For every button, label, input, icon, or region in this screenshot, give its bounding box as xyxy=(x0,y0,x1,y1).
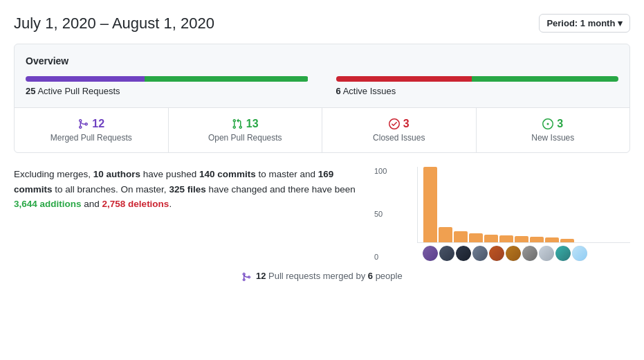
avatar-8 xyxy=(539,246,554,261)
pull-requests-bar xyxy=(26,76,309,82)
commits-text: Excluding merges, 10 authors have pushed… xyxy=(14,167,374,212)
y-label-100: 100 xyxy=(374,167,387,175)
deletions: 2,758 deletions xyxy=(102,199,169,209)
bar-2 xyxy=(439,227,452,242)
bar-9 xyxy=(545,237,559,242)
commits-prefix: Excluding merges, xyxy=(14,169,93,179)
issues-bar-red xyxy=(336,76,472,82)
bar-6 xyxy=(499,235,513,242)
bar-5 xyxy=(484,235,498,242)
issue-opened-icon xyxy=(542,118,553,129)
issues-count: 6 xyxy=(336,86,341,96)
merged-pr-desc: Merged Pull Requests xyxy=(21,133,161,143)
pr-label-text: Active Pull Requests xyxy=(37,86,120,96)
issues-label-text: Active Issues xyxy=(343,86,396,96)
new-issues-desc: New Issues xyxy=(484,133,623,143)
stats-bars-row: 25 Active Pull Requests 6 Active Issues xyxy=(26,76,618,96)
chart-y-labels: 100 50 0 xyxy=(374,167,387,261)
bar-3 xyxy=(454,231,468,242)
avatar-4 xyxy=(472,246,488,261)
footer-text1: Pull requests merged by xyxy=(266,271,367,281)
open-pr-value: 13 xyxy=(176,118,315,130)
bar-10 xyxy=(560,239,574,242)
avatar-7 xyxy=(522,246,537,261)
merged-pr-value: 12 xyxy=(21,118,161,130)
pr-bar-purple xyxy=(26,76,145,82)
additions: 3,644 additions xyxy=(14,199,82,209)
avatar-2 xyxy=(439,246,454,261)
bar-8 xyxy=(530,237,544,242)
bar-1 xyxy=(423,167,437,242)
files-changed: 325 files xyxy=(169,184,205,195)
period-value: 1 month xyxy=(580,18,616,28)
footer-merge-icon xyxy=(241,272,251,282)
y-label-50: 50 xyxy=(374,210,387,218)
bar-chart xyxy=(417,167,630,243)
git-pull-request-icon xyxy=(232,118,243,129)
commits-chart: 100 50 0 xyxy=(395,167,630,261)
commits-master: 140 commits xyxy=(199,169,256,179)
commits-mid3: to all branches. On master, xyxy=(53,184,169,195)
git-merge-icon xyxy=(77,118,89,129)
issues-bar xyxy=(336,76,619,82)
new-issues-cell: 3 New Issues xyxy=(477,108,630,152)
y-label-0: 0 xyxy=(374,253,387,261)
period-label: Period: xyxy=(546,18,578,28)
issue-closed-icon xyxy=(389,118,400,129)
authors-count: 10 authors xyxy=(93,169,140,179)
avatar-1 xyxy=(423,246,438,261)
issues-stat: 6 Active Issues xyxy=(336,76,619,96)
commits-suffix: . xyxy=(169,199,172,209)
closed-issues-cell: 3 Closed Issues xyxy=(322,108,477,152)
new-issues-value: 3 xyxy=(484,118,623,130)
avatar-10 xyxy=(572,246,587,261)
avatar-5 xyxy=(489,246,504,261)
commits-mid2: to master and xyxy=(256,169,318,179)
open-pr-desc: Open Pull Requests xyxy=(176,133,315,143)
issues-bar-green xyxy=(472,76,618,82)
avatar-3 xyxy=(456,246,471,261)
bar-7 xyxy=(515,236,528,242)
bottom-section: Excluding merges, 10 authors have pushed… xyxy=(14,167,630,261)
footer-text2: people xyxy=(373,271,403,281)
issues-stat-label: 6 Active Issues xyxy=(336,86,619,96)
avatars-row xyxy=(417,246,630,261)
commits-mid4: have changed and there have been xyxy=(206,184,356,195)
counts-row: 12 Merged Pull Requests 13 Open Pull Req… xyxy=(15,107,629,152)
commits-mid5: and xyxy=(82,199,102,209)
footer-people-count: 6 xyxy=(368,271,373,281)
bar-4 xyxy=(469,233,483,242)
avatar-9 xyxy=(555,246,571,261)
open-pr-cell: 13 Open Pull Requests xyxy=(169,108,323,152)
closed-issues-desc: Closed Issues xyxy=(329,133,469,143)
footer-row: 12 Pull requests merged by 6 people xyxy=(14,271,630,282)
pr-count: 25 xyxy=(26,86,35,96)
pr-stat-label: 25 Active Pull Requests xyxy=(26,86,309,96)
commits-mid1: have pushed xyxy=(140,169,199,179)
pr-bar-green xyxy=(145,76,309,82)
period-arrow-icon: ▾ xyxy=(618,18,623,28)
merged-pr-cell: 12 Merged Pull Requests xyxy=(15,108,169,152)
period-selector[interactable]: Period: 1 month ▾ xyxy=(539,14,630,33)
closed-issues-value: 3 xyxy=(329,118,469,130)
overview-section: Overview 25 Active Pull Requests 6 Activ… xyxy=(14,44,630,153)
footer-pr-count: 12 xyxy=(256,271,266,281)
overview-title: Overview xyxy=(26,55,618,66)
pull-requests-stat: 25 Active Pull Requests xyxy=(26,76,309,96)
avatar-6 xyxy=(506,246,521,261)
date-range: July 1, 2020 – August 1, 2020 xyxy=(14,15,214,33)
